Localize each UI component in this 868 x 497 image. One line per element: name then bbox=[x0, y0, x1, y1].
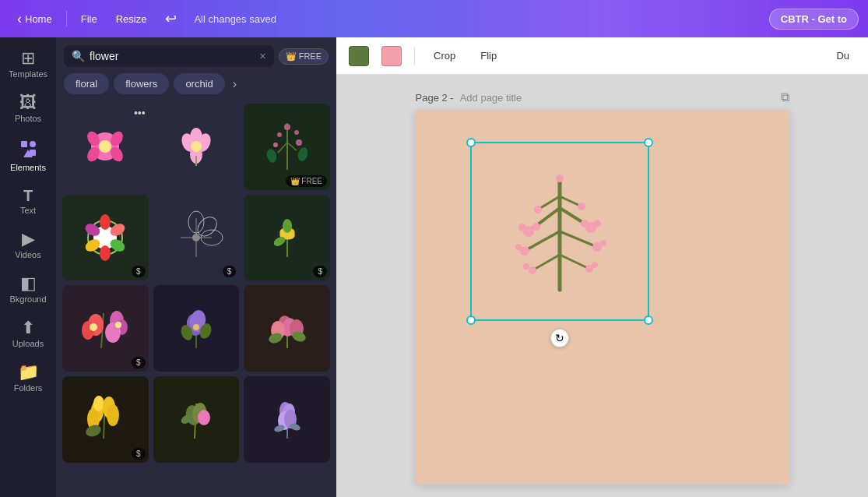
resize-label: Resize bbox=[116, 13, 147, 25]
canvas-toolbar: Crop Flip Du bbox=[336, 37, 868, 75]
search-input-wrap: 🔍 flower × bbox=[64, 45, 274, 67]
grid-item-2[interactable] bbox=[153, 104, 240, 190]
file-label: File bbox=[81, 13, 97, 25]
price-badge-7: $ bbox=[132, 357, 146, 368]
handle-tl[interactable] bbox=[466, 138, 476, 147]
grid-item-8[interactable] bbox=[153, 285, 240, 372]
toolbar-right: Du bbox=[830, 47, 856, 65]
free-badge[interactable]: 👑 FREE bbox=[279, 48, 329, 65]
sidebar-item-photos[interactable]: 🖼 Photos bbox=[3, 88, 53, 129]
cta-button[interactable]: CBTR - Get to bbox=[769, 9, 859, 30]
svg-point-31 bbox=[100, 245, 111, 261]
sidebar-item-text[interactable]: T Text bbox=[3, 182, 53, 221]
photos-icon: 🖼 bbox=[19, 94, 37, 111]
grid-item-11[interactable] bbox=[153, 376, 240, 463]
svg-point-17 bbox=[284, 124, 290, 130]
chip-orchid[interactable]: orchid bbox=[174, 73, 224, 94]
color-swatch-2[interactable] bbox=[381, 46, 402, 66]
svg-point-14 bbox=[191, 141, 202, 152]
page-number: Page 2 - bbox=[416, 92, 454, 104]
svg-point-78 bbox=[198, 410, 210, 425]
search-bar-row: 🔍 flower × 👑 FREE bbox=[56, 37, 336, 73]
file-button[interactable]: File bbox=[73, 9, 105, 29]
videos-icon: ▶ bbox=[22, 231, 35, 248]
svg-point-20 bbox=[273, 143, 278, 147]
search-input[interactable]: flower bbox=[90, 50, 255, 62]
sidebar-item-background[interactable]: ◧ Bkground bbox=[3, 269, 53, 310]
selection-box: ↻ bbox=[470, 142, 649, 321]
sidebar-item-elements[interactable]: Elements bbox=[3, 132, 53, 178]
sidebar-item-folders[interactable]: 📁 Folders bbox=[3, 358, 53, 399]
grid-item-4[interactable]: $ bbox=[62, 195, 149, 281]
chips-more-icon[interactable]: › bbox=[230, 74, 240, 94]
chip-floral[interactable]: floral bbox=[64, 73, 109, 94]
grid-item-9[interactable] bbox=[244, 285, 330, 372]
svg-point-56 bbox=[193, 324, 199, 330]
color-swatch-1[interactable] bbox=[349, 46, 369, 66]
toolbar-separator-1 bbox=[414, 47, 415, 65]
svg-point-5 bbox=[99, 140, 111, 153]
sidebar-item-label: Videos bbox=[15, 250, 40, 259]
page-wrap: Page 2 - Add page title ⧉ bbox=[416, 90, 789, 485]
nav-right: CBTR - Get to bbox=[769, 9, 859, 30]
image-grid: ••• bbox=[56, 100, 336, 497]
handle-br[interactable] bbox=[644, 315, 653, 325]
handle-tr[interactable] bbox=[644, 138, 653, 147]
sidebar-item-label: Uploads bbox=[12, 339, 44, 348]
grid-item-3[interactable]: 👑FREE bbox=[244, 104, 330, 190]
page-title-input[interactable]: Add page title bbox=[460, 92, 522, 104]
canvas-page[interactable]: ↻ bbox=[416, 111, 789, 485]
svg-rect-0 bbox=[21, 141, 27, 147]
svg-point-52 bbox=[115, 322, 121, 328]
crop-button[interactable]: Crop bbox=[427, 47, 462, 65]
svg-point-48 bbox=[90, 323, 97, 331]
clear-search-button[interactable]: × bbox=[259, 50, 265, 62]
background-icon: ◧ bbox=[20, 275, 37, 292]
flip-button[interactable]: Flip bbox=[474, 47, 503, 65]
back-button[interactable]: ‹ Home bbox=[9, 7, 60, 31]
sidebar-item-label: Folders bbox=[14, 383, 43, 393]
save-status: All changes saved bbox=[194, 13, 276, 25]
undo-button[interactable]: ↩ bbox=[157, 6, 184, 31]
svg-line-23 bbox=[287, 143, 297, 150]
svg-point-69 bbox=[93, 396, 104, 411]
sidebar-item-uploads[interactable]: ⬆ Uploads bbox=[3, 313, 53, 354]
handle-bl[interactable] bbox=[466, 315, 476, 325]
sidebar-item-label: Templates bbox=[9, 69, 47, 79]
filter-chips: floral flowers orchid › bbox=[56, 73, 336, 100]
top-nav: ‹ Home File Resize ↩ All changes saved C… bbox=[0, 0, 868, 37]
resize-button[interactable]: Resize bbox=[108, 9, 155, 29]
nav-divider-1 bbox=[66, 11, 67, 26]
rotate-handle[interactable]: ↻ bbox=[550, 329, 569, 347]
duplicate-button[interactable]: Du bbox=[830, 47, 856, 65]
svg-point-25 bbox=[297, 146, 309, 162]
chip-flowers[interactable]: flowers bbox=[114, 73, 169, 94]
canvas-viewport[interactable]: Page 2 - Add page title ⧉ bbox=[336, 75, 868, 497]
free-badge-3: 👑FREE bbox=[286, 175, 327, 187]
sidebar-item-videos[interactable]: ▶ Videos bbox=[3, 224, 53, 266]
svg-point-28 bbox=[100, 214, 111, 230]
search-icon: 🔍 bbox=[72, 50, 85, 62]
templates-icon: ⊞ bbox=[21, 50, 35, 67]
svg-point-18 bbox=[277, 132, 282, 137]
svg-point-71 bbox=[107, 404, 119, 426]
svg-line-22 bbox=[278, 143, 287, 153]
grid-item-5[interactable]: $ bbox=[153, 195, 240, 281]
sidebar-item-templates[interactable]: ⊞ Templates bbox=[3, 44, 53, 85]
grid-item-6[interactable]: $ bbox=[244, 195, 330, 281]
item-more-icon-1[interactable]: ••• bbox=[134, 107, 146, 119]
left-sidebar: ⊞ Templates 🖼 Photos Elements T Text ▶ bbox=[0, 37, 56, 497]
sidebar-item-label: Photos bbox=[15, 114, 41, 123]
grid-item-10[interactable]: $ bbox=[62, 376, 149, 463]
grid-item-12[interactable] bbox=[244, 376, 330, 463]
home-label: Home bbox=[25, 13, 52, 25]
svg-point-43 bbox=[283, 219, 292, 233]
grid-item-7[interactable]: $ bbox=[62, 285, 149, 372]
svg-point-39 bbox=[192, 234, 200, 241]
page-label-row: Page 2 - Add page title ⧉ bbox=[416, 90, 789, 104]
main-layout: ⊞ Templates 🖼 Photos Elements T Text ▶ bbox=[0, 37, 868, 497]
search-panel: 🔍 flower × 👑 FREE floral flowers orchid … bbox=[56, 37, 336, 497]
folders-icon: 📁 bbox=[18, 364, 39, 381]
duplicate-page-icon[interactable]: ⧉ bbox=[781, 90, 789, 104]
grid-item-1[interactable]: ••• bbox=[62, 104, 149, 190]
